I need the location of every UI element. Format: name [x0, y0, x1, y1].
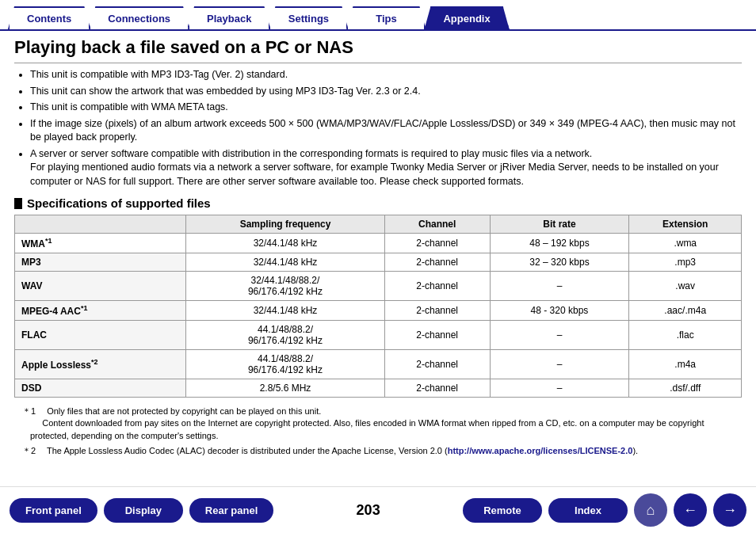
bottom-nav: Front panel Display Rear panel 203 Remot…	[0, 486, 756, 533]
col-header-sampling: Sampling frequency	[186, 215, 385, 234]
sampling-mpeg4aac: 32/44.1/48 kHz	[186, 301, 385, 321]
format-wav: WAV	[15, 272, 186, 301]
format-apple-lossless: Apple Lossless*2	[15, 350, 186, 379]
channel-mp3: 2-channel	[384, 253, 490, 272]
front-panel-button[interactable]: Front panel	[10, 498, 97, 523]
tab-connections[interactable]: Connections	[89, 6, 189, 29]
back-button[interactable]: ←	[674, 493, 707, 527]
sampling-apple-lossless: 44.1/48/88.2/96/176.4/192 kHz	[186, 350, 385, 379]
format-mp3: MP3	[15, 253, 186, 272]
channel-mpeg4aac: 2-channel	[384, 301, 490, 321]
bitrate-wma: 48 – 192 kbps	[490, 234, 629, 253]
ext-dsd: .dsf/.dff	[629, 379, 742, 398]
bullet-5: A server or server software compatible w…	[30, 147, 742, 189]
table-row: MPEG-4 AAC*1 32/44.1/48 kHz 2-channel 48…	[15, 301, 742, 321]
page-number: 203	[357, 502, 380, 519]
specs-table: Sampling frequency Channel Bit rate Exte…	[14, 215, 742, 398]
bottom-nav-right: Remote Index ⌂ ← →	[463, 493, 746, 527]
bitrate-mp3: 32 – 320 kbps	[490, 253, 629, 272]
table-row: DSD 2.8/5.6 MHz 2-channel – .dsf/.dff	[15, 379, 742, 398]
forward-icon: →	[723, 502, 737, 519]
bullet-1: This unit is compatible with MP3 ID3-Tag…	[30, 68, 742, 82]
bullet-2: This unit can show the artwork that was …	[30, 85, 742, 99]
col-header-channel: Channel	[384, 215, 490, 234]
tab-tips[interactable]: Tips	[346, 6, 426, 29]
rear-panel-button[interactable]: Rear panel	[189, 498, 273, 523]
channel-apple-lossless: 2-channel	[384, 350, 490, 379]
bullet-4: If the image size (pixels) of an album a…	[30, 117, 742, 145]
sampling-mp3: 32/44.1/48 kHz	[186, 253, 385, 272]
ext-apple-lossless: .m4a	[629, 350, 742, 379]
bitrate-wav: –	[490, 272, 629, 301]
col-header-format	[15, 215, 186, 234]
sampling-wav: 32/44.1/48/88.2/96/176.4/192 kHz	[186, 272, 385, 301]
tab-appendix[interactable]: Appendix	[424, 6, 509, 29]
format-dsd: DSD	[15, 379, 186, 398]
footnote-1-text: Only files that are not protected by cop…	[30, 406, 704, 440]
display-button[interactable]: Display	[104, 498, 183, 523]
remote-button[interactable]: Remote	[463, 498, 542, 523]
nav-tabs: Contents Connections Playback Settings T…	[0, 0, 756, 29]
footnote-2-text: The Apple Lossless Audio Codec (ALAC) de…	[47, 446, 638, 455]
bitrate-apple-lossless: –	[490, 350, 629, 379]
table-row: WAV 32/44.1/48/88.2/96/176.4/192 kHz 2-c…	[15, 272, 742, 301]
home-icon: ⌂	[647, 502, 655, 519]
apache-link[interactable]: http://www.apache.org/licenses/LICENSE-2…	[448, 446, 633, 455]
ext-flac: .flac	[629, 321, 742, 350]
footnote-1-marker: ＊1	[22, 406, 44, 416]
channel-flac: 2-channel	[384, 321, 490, 350]
ext-wav: .wav	[629, 272, 742, 301]
bitrate-mpeg4aac: 48 - 320 kbps	[490, 301, 629, 321]
forward-button[interactable]: →	[713, 493, 746, 527]
sampling-wma: 32/44.1/48 kHz	[186, 234, 385, 253]
footnotes: ＊1 Only files that are not protected by …	[14, 405, 742, 458]
footnote-2-marker: ＊2	[22, 446, 44, 455]
back-icon: ←	[683, 502, 697, 519]
section-title: Specifications of supported files	[14, 196, 742, 210]
index-button[interactable]: Index	[548, 498, 628, 523]
main-content: Playing back a file saved on a PC or NAS…	[0, 29, 756, 458]
tab-contents[interactable]: Contents	[8, 6, 90, 29]
footnote-1: ＊1 Only files that are not protected by …	[14, 405, 742, 442]
sampling-dsd: 2.8/5.6 MHz	[186, 379, 385, 398]
bitrate-dsd: –	[490, 379, 629, 398]
table-row: FLAC 44.1/48/88.2/96/176.4/192 kHz 2-cha…	[15, 321, 742, 350]
tab-settings[interactable]: Settings	[269, 6, 348, 29]
format-mpeg4aac: MPEG-4 AAC*1	[15, 301, 186, 321]
footnote-2: ＊2 The Apple Lossless Audio Codec (ALAC)…	[14, 445, 742, 457]
channel-wma: 2-channel	[384, 234, 490, 253]
bullet-list: This unit is compatible with MP3 ID3-Tag…	[14, 68, 742, 188]
col-header-extension: Extension	[629, 215, 742, 234]
ext-mp3: .mp3	[629, 253, 742, 272]
bitrate-flac: –	[490, 321, 629, 350]
channel-wav: 2-channel	[384, 272, 490, 301]
ext-mpeg4aac: .aac/.m4a	[629, 301, 742, 321]
bullet-3: This unit is compatible with WMA META ta…	[30, 101, 742, 115]
sampling-flac: 44.1/48/88.2/96/176.4/192 kHz	[186, 321, 385, 350]
channel-dsd: 2-channel	[384, 379, 490, 398]
page-title: Playing back a file saved on a PC or NAS	[14, 37, 742, 63]
format-flac: FLAC	[15, 321, 186, 350]
ext-wma: .wma	[629, 234, 742, 253]
table-row: WMA*1 32/44.1/48 kHz 2-channel 48 – 192 …	[15, 234, 742, 253]
tab-playback[interactable]: Playback	[188, 6, 270, 29]
col-header-bitrate: Bit rate	[490, 215, 629, 234]
bottom-nav-left: Front panel Display Rear panel	[10, 498, 273, 523]
home-button[interactable]: ⌂	[634, 493, 667, 527]
format-wma: WMA*1	[15, 234, 186, 253]
table-row: Apple Lossless*2 44.1/48/88.2/96/176.4/1…	[15, 350, 742, 379]
table-row: MP3 32/44.1/48 kHz 2-channel 32 – 320 kb…	[15, 253, 742, 272]
